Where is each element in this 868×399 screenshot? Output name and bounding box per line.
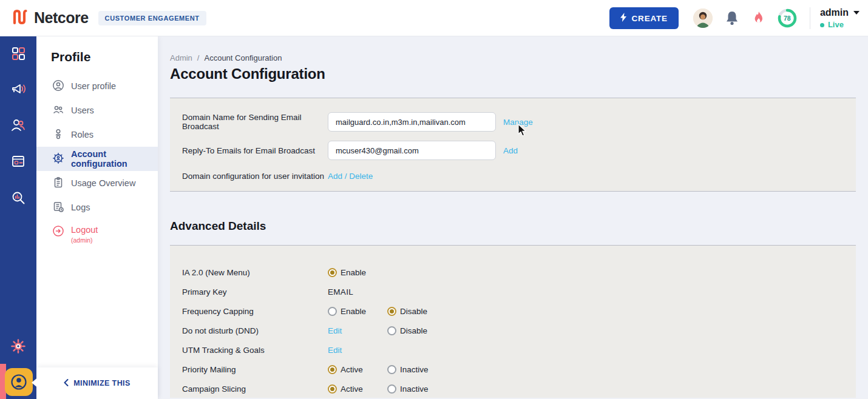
priority-active-radio[interactable]: Active [328,365,363,374]
domain-invitation-row: Domain configuration for user invitation… [182,169,856,183]
usage-overview-icon [52,176,64,190]
priority-mailing-row: Priority Mailing Active Inactive [182,360,856,379]
admin-menu: admin Live [820,7,860,30]
rail-megaphone-icon[interactable] [0,76,36,102]
sidebar-item-roles[interactable]: Roles [36,122,158,147]
sidebar-item-label: Logs [71,203,90,212]
minimize-this-button[interactable]: MINIMIZE THIS [36,367,158,399]
utm-edit-link[interactable]: Edit [328,346,342,355]
radio-icon[interactable] [328,365,337,374]
breadcrumb-admin[interactable]: Admin [170,53,192,62]
primary-key-row: Primary Key EMAIL [182,282,856,301]
profile-menu: User profile Users [36,74,158,244]
advanced-details-heading: Advanced Details [170,220,856,233]
radio-icon[interactable] [387,326,396,335]
frequency-disable-radio[interactable]: Disable [387,307,427,316]
sidebar-title: Profile [36,36,158,64]
sidebar-item-users[interactable]: Users [36,98,158,122]
radio-icon[interactable] [387,307,396,316]
dnd-row: Do not disturb (DND) Edit Disable [182,321,856,340]
utm-row: UTM Tracking & Goals Edit [182,340,856,360]
dnd-disable-radio[interactable]: Disable [387,326,427,335]
sidebar-item-label: Account configuration [71,149,158,169]
add-delete-link[interactable]: Add / Delete [328,172,373,181]
admin-name: admin [820,7,849,19]
frequency-capping-row: Frequency Capping Enable Disable [182,301,856,321]
header-divider [810,7,810,29]
logout-sub-label: (admin) [71,236,98,244]
sidebar-item-account-configuration[interactable]: Account configuration [36,147,158,171]
domain-name-label: Domain Name for Sending Email Broadcast [182,113,328,131]
admin-dropdown[interactable]: admin [820,7,860,19]
domain-name-row: Domain Name for Sending Email Broadcast … [182,112,856,132]
account-config-icon [52,152,64,166]
sidebar-item-logs[interactable]: Logs [36,195,158,220]
radio-icon[interactable] [387,365,396,374]
main-content: Admin / Account Configuration Account Co… [158,36,868,399]
radio-icon[interactable] [387,384,396,394]
sidebar-item-label: User profile [71,81,116,91]
usage-ring-value: 78 [784,15,791,22]
logs-icon [52,201,64,215]
top-header: Netcore CUSTOMER ENGAGEMENT CREATE [0,0,868,36]
sidebar-item-usage-overview[interactable]: Usage Overview [36,171,158,195]
campaign-active-radio[interactable]: Active [328,384,363,394]
add-link[interactable]: Add [503,146,518,155]
nav-rail [0,36,36,399]
chevron-left-icon [64,378,69,389]
priority-inactive-radio[interactable]: Inactive [387,365,429,374]
rail-dashboard-grid-icon[interactable] [0,40,36,67]
campaign-slicing-row: Campaign Slicing Active Inactive [182,379,856,398]
create-button[interactable]: CREATE [609,7,679,29]
email-settings-panel: Domain Name for Sending Email Broadcast … [170,98,856,192]
radio-icon[interactable] [328,268,337,277]
breadcrumb-account-configuration: Account Configuration [204,53,282,62]
reply-to-label: Reply-To Emails for Email Broadcast [182,146,328,155]
radio-icon[interactable] [328,384,337,394]
reply-to-input[interactable] [328,141,496,160]
flame-icon[interactable] [753,11,765,25]
live-label: Live [828,20,844,30]
live-dot-icon [820,23,824,27]
sidebar-item-logout[interactable]: Logout (admin) [36,220,158,244]
logout-icon [52,225,64,239]
domain-name-input[interactable] [328,112,496,132]
tile-pointer [32,377,39,389]
brand-name: Netcore [34,9,89,27]
profile-sidebar: Profile User profile [36,36,158,399]
primary-key-value: EMAIL [328,287,353,297]
rail-profile-avatar-icon[interactable] [5,368,33,396]
usage-ring[interactable]: 78 [777,8,798,29]
chevron-down-icon [853,11,860,15]
users-icon [52,104,64,118]
ia2-enable-radio[interactable]: Enable [328,268,366,277]
rail-audience-icon[interactable] [0,112,36,138]
campaign-inactive-radio[interactable]: Inactive [387,384,429,394]
domain-invitation-label: Domain configuration for user invitation [182,172,328,181]
sidebar-item-user-profile[interactable]: User profile [36,74,158,98]
sidebar-item-label: Usage Overview [71,178,135,188]
frequency-enable-radio[interactable]: Enable [328,307,366,316]
netcore-logo-icon [10,7,30,30]
header-actions: CREATE [609,0,860,36]
rail-search-analytics-icon[interactable] [0,184,36,211]
breadcrumb-separator: / [197,53,200,62]
radio-icon[interactable] [328,307,337,316]
app-window: Netcore CUSTOMER ENGAGEMENT CREATE [0,0,868,399]
minimize-this-label: MINIMIZE THIS [73,379,130,387]
ia2-row: IA 2.0 (New Menu) Enable [182,263,856,282]
manage-link[interactable]: Manage [503,118,533,127]
roles-icon [52,128,64,142]
dnd-edit-link[interactable]: Edit [328,326,342,335]
page-title: Account Configuration [170,65,856,82]
sidebar-item-label: Users [71,106,94,115]
rail-billing-icon[interactable] [0,148,36,175]
netcore-logo[interactable]: Netcore [10,7,89,30]
sidebar-item-label: Logout [71,225,98,235]
bell-icon[interactable] [725,10,739,26]
user-avatar[interactable] [693,8,713,28]
rail-settings-gear-icon[interactable] [0,333,36,360]
reply-to-row: Reply-To Emails for Email Broadcast Add [182,141,856,160]
user-profile-icon [52,79,64,93]
sidebar-item-label: Roles [71,130,93,139]
